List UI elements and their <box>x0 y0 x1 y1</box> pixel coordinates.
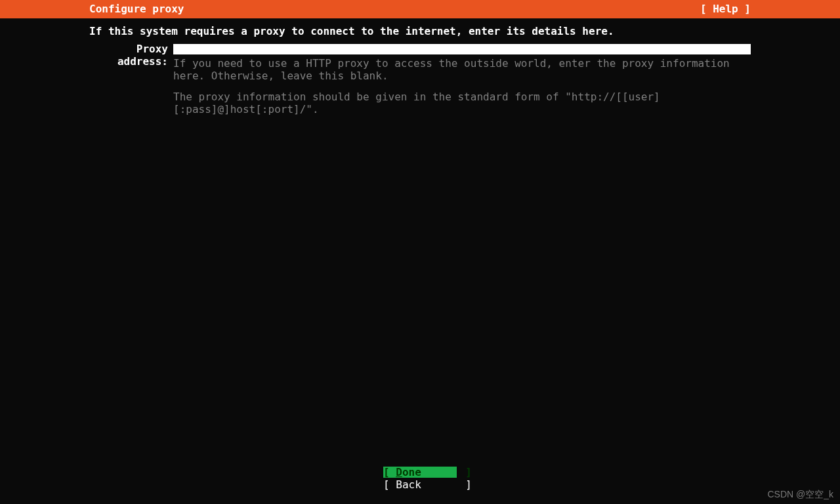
proxy-hint-2: The proxy information should be given in… <box>173 91 751 116</box>
help-button[interactable]: [ Help ] <box>700 0 751 18</box>
proxy-address-label: Proxy address: <box>89 43 173 68</box>
page-title: Configure proxy <box>89 0 184 18</box>
back-accelerator: B <box>396 478 402 491</box>
back-button[interactable]: [ Back ] <box>383 479 457 491</box>
intro-text: If this system requires a proxy to conne… <box>0 18 840 43</box>
proxy-row: Proxy address: If you need to use a HTTP… <box>0 43 840 123</box>
proxy-address-input[interactable] <box>173 44 751 54</box>
done-accelerator: D <box>396 466 402 478</box>
installer-header: Configure proxy [ Help ] <box>0 0 840 18</box>
proxy-hint-1: If you need to use a HTTP proxy to acces… <box>173 57 751 82</box>
done-button[interactable]: [ Done ] <box>383 467 457 478</box>
button-bar: [ Done ] [ Back ] <box>0 466 840 491</box>
watermark: CSDN @空空_k <box>767 489 833 500</box>
